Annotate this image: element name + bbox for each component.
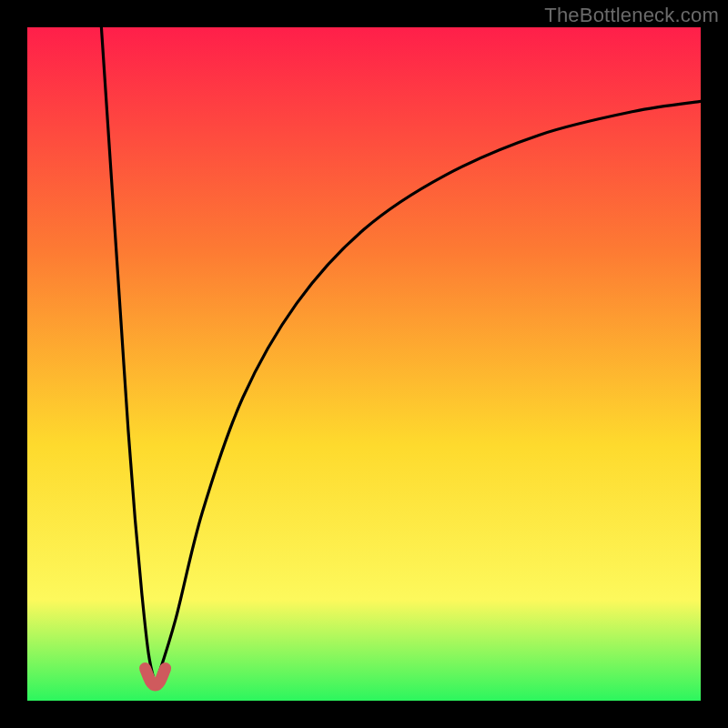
- gradient-background: [27, 27, 701, 701]
- chart-frame: TheBottleneck.com: [0, 0, 728, 728]
- bottleneck-chart: [27, 27, 701, 701]
- watermark-text: TheBottleneck.com: [544, 4, 719, 27]
- plot-area: [27, 27, 701, 701]
